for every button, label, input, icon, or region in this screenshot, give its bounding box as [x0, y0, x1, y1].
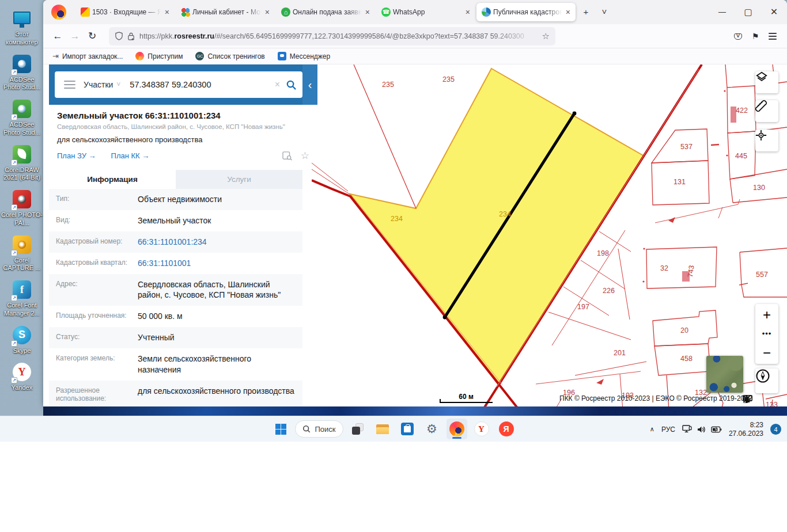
tray-expand-icon[interactable]: ∧: [650, 425, 654, 433]
reload-button[interactable]: ↻: [84, 28, 101, 45]
tab-whatsapp[interactable]: ☎ WhatsApp ×: [376, 3, 475, 21]
tab-list-button[interactable]: ˅: [596, 4, 612, 20]
bookmarks-bar: ⇥ Импорт закладок... Приступим GC Список…: [43, 48, 787, 64]
zoom-in-button[interactable]: +: [763, 306, 771, 324]
table-row: Адрес:Свердловская область, Шалинский ра…: [49, 274, 302, 306]
firefox-logo-icon[interactable]: [51, 5, 66, 20]
settings-button[interactable]: ⚙: [422, 419, 442, 439]
zoom-out-button[interactable]: −: [763, 344, 771, 362]
bookmark-getting-started[interactable]: Приступим: [135, 52, 183, 60]
desktop-icon-photopaint[interactable]: ↗ Corel PHOTO-PAI...: [0, 187, 44, 232]
pocket-icon[interactable]: ˅: [729, 28, 747, 45]
cadastral-number-link[interactable]: 66:31:1101001:234: [134, 231, 302, 253]
layers-button[interactable]: [755, 71, 778, 93]
favorite-star-icon[interactable]: ☆: [301, 150, 309, 162]
task-view-button[interactable]: [347, 419, 368, 439]
parcel-label: 743: [686, 265, 695, 278]
desktop-icon-capture[interactable]: ↗ Corel CAPTURE ...: [0, 232, 44, 278]
tab-close-icon[interactable]: ×: [464, 7, 472, 17]
yandex-app-icon: Я: [499, 421, 514, 436]
table-row: Площадь уточненная:50 000 кв. м: [49, 306, 302, 327]
tab-services[interactable]: Услуги: [176, 170, 302, 189]
firefox-taskbar-button[interactable]: [447, 419, 467, 439]
file-explorer-button[interactable]: [372, 419, 393, 439]
tab-information[interactable]: Информация: [49, 170, 176, 189]
close-button[interactable]: ✕: [761, 0, 787, 24]
photopaint-icon: ↗: [12, 190, 32, 210]
tab-personal-account[interactable]: Личный кабинет - Мои ×: [176, 3, 275, 21]
bookmark-messenger[interactable]: Мессенджер: [278, 52, 330, 60]
more-options-button[interactable]: •••: [762, 331, 772, 337]
forward-button[interactable]: →: [66, 28, 84, 45]
microsoft-store-button[interactable]: [397, 419, 418, 439]
plan-zu-link[interactable]: План ЗУ →: [57, 151, 96, 160]
screen-icon[interactable]: [743, 395, 752, 402]
taskbar-search[interactable]: Поиск: [295, 420, 343, 438]
document-search-icon[interactable]: [282, 151, 293, 161]
parcel-label: 235: [382, 81, 394, 89]
url-bar[interactable]: https://pkk.rosreestr.ru/#/search/65.649…: [109, 27, 555, 45]
language-indicator[interactable]: РУС: [661, 425, 675, 434]
tab-bar: 1503 · Входящие — Янд × Личный кабинет -…: [43, 0, 787, 24]
volume-icon[interactable]: [697, 425, 706, 434]
lock-icon[interactable]: [127, 32, 135, 40]
tab-yandex-mail[interactable]: 1503 · Входящие — Янд ×: [75, 3, 175, 21]
gear-icon: ⚙: [426, 422, 437, 436]
taskbar-center: Поиск ⚙ Y Я: [270, 419, 516, 439]
measure-button[interactable]: [755, 100, 778, 122]
parcel-label: 458: [680, 355, 693, 363]
desktop-icon-fontmanager[interactable]: f↗ Corel Font Manager 2...: [0, 277, 44, 322]
desktop-icon-acdsee-blue[interactable]: ↗ ACDSee Photo Stud...: [0, 51, 44, 97]
network-icon[interactable]: [682, 425, 692, 434]
desktop-icon-this-pc[interactable]: Этот компьютер: [0, 6, 44, 51]
page-content: Участки ˅ × ‹ Земельный участок 66:31:11…: [43, 64, 787, 406]
desktop-icon-acdsee-green[interactable]: ↗ ACDSee Photo Stud...: [0, 96, 44, 142]
search-category-dropdown[interactable]: Участки: [84, 80, 113, 89]
clear-search-icon[interactable]: ×: [275, 79, 280, 90]
minimize-button[interactable]: —: [709, 0, 735, 24]
map-canvas[interactable]: 2352352342344225374451311301983274355722…: [312, 64, 787, 406]
yandex-app-button[interactable]: Я: [496, 419, 517, 439]
cadastral-quarter-link[interactable]: 66:31:1101001: [134, 253, 302, 274]
chevron-down-icon[interactable]: ˅: [116, 81, 120, 89]
bookmark-import[interactable]: ⇥ Импорт закладок...: [52, 52, 123, 60]
extension-icon[interactable]: ⚑: [747, 28, 764, 45]
compass-button[interactable]: [755, 368, 778, 393]
table-row: Кадастровый номер:66:31:1101001:234: [49, 231, 302, 253]
battery-icon[interactable]: [711, 426, 722, 433]
yandex-browser-button[interactable]: Y: [471, 419, 492, 439]
bookmark-trainings[interactable]: GC Список тренингов: [195, 52, 264, 60]
taskbar-clock[interactable]: 8:23 27.06.2023: [729, 421, 763, 438]
start-button[interactable]: [270, 419, 291, 439]
tab-close-icon[interactable]: ×: [163, 7, 171, 17]
back-button[interactable]: ←: [49, 28, 66, 45]
table-row: Тип:Объект недвижимости: [49, 189, 302, 210]
bookmark-star-icon[interactable]: ☆: [542, 31, 550, 41]
layers-icon: [755, 71, 768, 83]
plan-kk-link[interactable]: План КК →: [111, 151, 150, 160]
panel-menu-icon[interactable]: [64, 84, 75, 86]
tab-online-application[interactable]: ⌂ Онлайн подача заявки н ×: [276, 3, 375, 21]
shield-icon[interactable]: [115, 32, 123, 40]
tab-close-icon[interactable]: ×: [564, 7, 572, 17]
tab-close-icon[interactable]: ×: [263, 7, 271, 17]
parcel-label: 537: [680, 143, 693, 151]
desktop-icon-skype[interactable]: S↗ Skype: [0, 322, 44, 360]
search-icon[interactable]: [286, 79, 297, 90]
parcel-label: 235: [442, 75, 455, 83]
desktop-icon-yandex[interactable]: Y↗ Yandex: [0, 359, 44, 397]
my-location-button[interactable]: [755, 130, 778, 151]
menu-icon[interactable]: [764, 28, 781, 45]
ruler-icon: [755, 100, 767, 112]
maximize-button[interactable]: ▢: [735, 0, 761, 24]
search-input[interactable]: [130, 80, 268, 89]
notification-badge[interactable]: 4: [770, 424, 781, 435]
desktop-icon-coreldraw[interactable]: ↗ CorelDRAW 2021 (64-Bit): [0, 142, 44, 187]
tab-close-icon[interactable]: ×: [364, 7, 372, 17]
tab-cadastral-map[interactable]: Публичная кадастровая ×: [476, 3, 576, 21]
table-row: Статус:Учтенный: [49, 327, 302, 348]
cadastral-map[interactable]: 2352352342344225374451311301983274355722…: [312, 64, 787, 406]
minimap-satellite-preview[interactable]: [706, 356, 743, 393]
new-tab-button[interactable]: +: [578, 4, 594, 20]
yandex-mail-icon: [81, 7, 90, 17]
